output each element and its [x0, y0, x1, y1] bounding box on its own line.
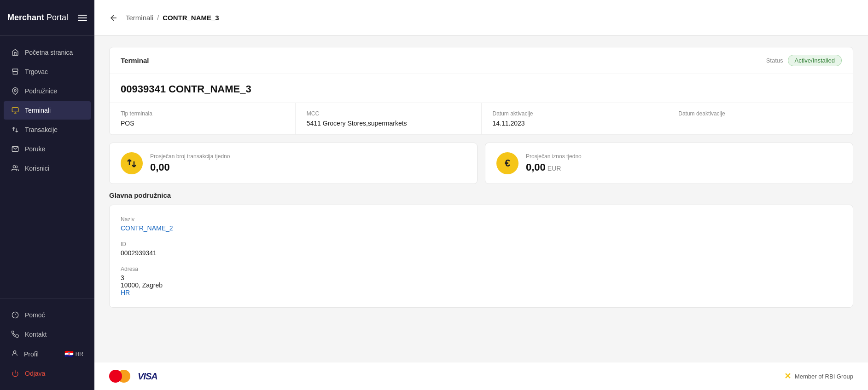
branch-id-field: ID 0002939341 [121, 241, 842, 257]
lang-label: HR [76, 351, 83, 357]
footer-left: VISA [109, 370, 157, 383]
arrows-icon [11, 126, 19, 134]
location-icon [11, 87, 19, 95]
datum-aktivacije-cell: Datum aktivacije 14.11.2023 [482, 103, 668, 134]
tip-terminala-cell: Tip terminala POS [110, 103, 296, 134]
app-title: Merchant Portal [7, 13, 68, 23]
sidebar-item-kontakt[interactable]: Kontakt [4, 325, 91, 344]
tip-terminala-label: Tip terminala [121, 110, 284, 117]
sidebar-item-poruke[interactable]: Poruke [4, 140, 91, 158]
branch-adresa-line1: 3 [121, 274, 842, 281]
sidebar: Merchant Portal Početna stranica Trgovac [0, 0, 94, 390]
mastercard-icon [109, 370, 130, 383]
terminal-icon [11, 106, 19, 115]
app-logo: Merchant Portal [7, 13, 68, 23]
sidebar-item-label: Kontakt [25, 331, 47, 338]
sidebar-item-label: Trgovac [25, 68, 48, 75]
sidebar-item-pomoc[interactable]: Pomoć [4, 306, 91, 324]
store-icon [11, 68, 19, 76]
mail-icon [11, 145, 19, 153]
home-icon [11, 48, 19, 57]
breadcrumb-current: CONTR_NAME_3 [163, 14, 219, 22]
stat-amount: € Prosječan iznos tjedno 0,00EUR [485, 143, 853, 184]
terminal-card-title: Terminal [121, 57, 149, 64]
terminal-card-header: Terminal Status Active/Installed [110, 47, 853, 74]
sidebar-item-profil[interactable]: Profil 🇭🇷 HR [4, 344, 91, 363]
visa-icon: VISA [138, 371, 157, 382]
svg-point-0 [14, 90, 16, 92]
sidebar-item-label: Korisnici [25, 165, 49, 172]
stat-transactions-label: Prosječan broj transakcija tjedno [150, 153, 230, 160]
sidebar-item-korisnici[interactable]: Korisnici [4, 159, 91, 178]
topbar: Terminali / CONTR_NAME_3 [94, 0, 868, 36]
hamburger-icon[interactable] [78, 15, 87, 21]
branch-card: Naziv CONTR_NAME_2 ID 0002939341 Adresa … [109, 205, 853, 308]
mcc-label: MCC [307, 110, 470, 117]
profile-label: Profil [24, 350, 39, 358]
breadcrumb-separator: / [157, 14, 159, 22]
branch-naziv-value[interactable]: CONTR_NAME_2 [121, 224, 842, 232]
sidebar-item-label: Transakcije [25, 126, 58, 133]
branch-section: Glavna podružnica Naziv CONTR_NAME_2 ID … [109, 191, 853, 308]
power-icon [11, 369, 19, 378]
branch-adresa-label: Adresa [121, 266, 842, 272]
sidebar-item-terminali[interactable]: Terminali [4, 101, 91, 120]
back-button[interactable] [109, 13, 118, 23]
transactions-icon [121, 152, 143, 174]
footer: VISA ✕ Member of RBI Group [94, 362, 868, 390]
main-content: Terminali / CONTR_NAME_3 Terminal Status… [94, 0, 868, 390]
user-icon [11, 350, 18, 358]
stat-amount-label: Prosječan iznos tjedno [526, 153, 582, 160]
branch-naziv-label: Naziv [121, 216, 842, 223]
sidebar-header: Merchant Portal [0, 0, 94, 36]
status-badge: Active/Installed [788, 55, 842, 66]
terminal-card: Terminal Status Active/Installed 0093934… [109, 47, 853, 135]
footer-right: ✕ Member of RBI Group [784, 371, 853, 381]
stat-currency: EUR [548, 165, 561, 172]
branch-adresa-line3[interactable]: HR [121, 289, 842, 296]
stat-amount-content: Prosječan iznos tjedno 0,00EUR [526, 153, 582, 173]
stat-transactions-content: Prosječan broj transakcija tjedno 0,00 [150, 153, 230, 173]
rbi-x-icon: ✕ [784, 371, 791, 381]
datum-aktivacije-label: Datum aktivacije [493, 110, 656, 117]
stat-amount-value: 0,00EUR [526, 161, 582, 173]
sidebar-item-label: Poruke [25, 145, 45, 153]
sidebar-item-label: Pomoć [25, 311, 45, 319]
branch-adresa-line2: 10000, Zagreb [121, 281, 842, 289]
sidebar-bottom: Pomoć Kontakt Profil 🇭🇷 HR Od [0, 298, 94, 390]
datum-aktivacije-value: 14.11.2023 [493, 120, 656, 127]
content-area: Terminal Status Active/Installed 0093934… [94, 36, 868, 362]
euro-icon: € [496, 152, 518, 174]
breadcrumb-parent: Terminali [126, 14, 153, 22]
logout-label: Odjava [25, 370, 45, 377]
flag-icon: 🇭🇷 [64, 350, 74, 358]
sidebar-item-podruznice[interactable]: Podružnice [4, 82, 91, 100]
datum-deaktivacije-label: Datum deaktivacije [678, 110, 842, 117]
sidebar-item-odjava[interactable]: Odjava [4, 364, 91, 383]
rbi-text: Member of RBI Group [795, 373, 853, 380]
sidebar-item-transakcije[interactable]: Transakcije [4, 120, 91, 139]
svg-point-5 [13, 166, 15, 168]
sidebar-item-label: Početna stranica [25, 49, 73, 56]
sidebar-item-label: Podružnice [25, 87, 57, 95]
stats-row: Prosječan broj transakcija tjedno 0,00 €… [109, 143, 853, 184]
branch-id-value: 0002939341 [121, 249, 842, 257]
mcc-cell: MCC 5411 Grocery Stores,supermarkets [296, 103, 482, 134]
users-icon [11, 164, 19, 172]
sidebar-nav: Početna stranica Trgovac Podružnice Term… [0, 36, 94, 298]
branch-adresa-field: Adresa 3 10000, Zagreb HR [121, 266, 842, 296]
terminal-details-row: Tip terminala POS MCC 5411 Grocery Store… [110, 103, 853, 135]
sidebar-item-pocetna[interactable]: Početna stranica [4, 43, 91, 62]
tip-terminala-value: POS [121, 120, 284, 127]
status-label: Status [766, 57, 783, 64]
terminal-id-row: 00939341 CONTR_NAME_3 [110, 74, 853, 103]
branch-naziv-field: Naziv CONTR_NAME_2 [121, 216, 842, 232]
stat-transactions-value: 0,00 [150, 161, 230, 173]
status-wrapper: Status Active/Installed [766, 55, 842, 66]
svg-rect-1 [12, 108, 18, 112]
phone-icon [11, 330, 19, 338]
svg-point-9 [13, 351, 16, 353]
datum-deaktivacije-cell: Datum deaktivacije [667, 103, 853, 134]
sidebar-item-trgovac[interactable]: Trgovac [4, 63, 91, 81]
mcc-value: 5411 Grocery Stores,supermarkets [307, 120, 470, 127]
